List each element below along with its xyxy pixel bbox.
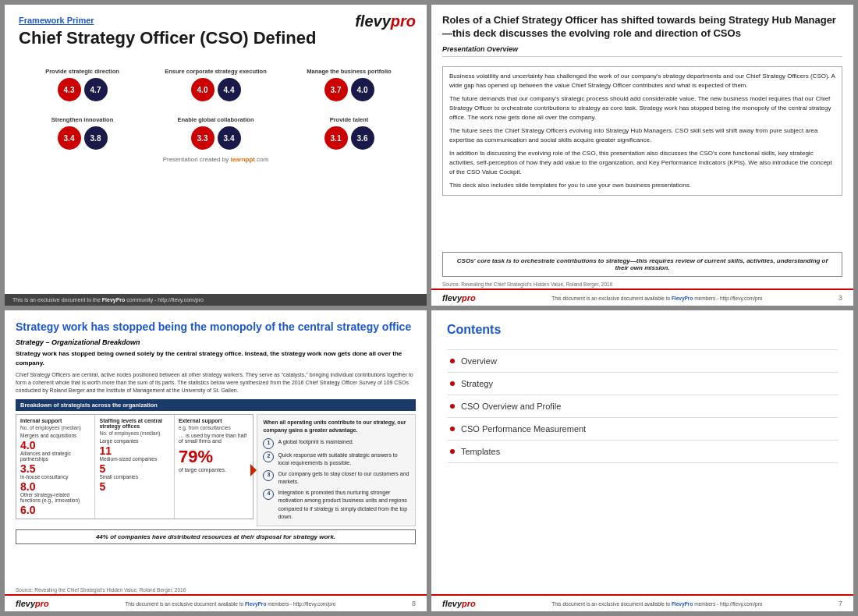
breakdown-inner-table: Internal support No. of employees (media…	[16, 414, 254, 519]
slide3-page-number: 8	[412, 600, 416, 607]
section-label-3: Manage the business portfolio	[285, 58, 413, 75]
sub-score-row-1: 3.4 3.8	[19, 126, 146, 150]
right-point-4: 4 Integration is promoted thus nurturing…	[263, 489, 410, 522]
slide2-footer-logo: flevypro	[442, 293, 476, 303]
section-label-2: Ensure corporate strategy execution	[152, 58, 279, 75]
slide2-overview-box: Business volatility and uncertainty has …	[442, 66, 842, 196]
slide1-title: Chief Strategy Officer (CSO) Defined	[19, 28, 413, 48]
slide2-para-1: Business volatility and uncertainty has …	[449, 72, 835, 90]
arrow-icon	[250, 464, 257, 476]
slide3-para2: Chief Strategy Officers are central, act…	[16, 371, 416, 394]
score-grid: Provide strategic direction 4.3 4.7 Stre…	[19, 58, 413, 150]
sub-bubble-1-1: 3.4	[58, 126, 81, 150]
sub-score-row-2: 3.3 3.4	[152, 126, 279, 150]
score-row-1: 4.3 4.7	[19, 78, 146, 101]
sub-bubble-2-1: 3.3	[191, 126, 214, 150]
right-point-2: 2 Quick response with suitable strategic…	[263, 451, 410, 468]
breakdown-right-section: When all operating units contribute to o…	[257, 414, 416, 526]
sub-label-1: Strengthen innovation	[19, 106, 146, 123]
toc-item-5: Templates	[447, 440, 838, 463]
section-label-1: Provide strategic direction	[19, 58, 146, 75]
slide4-footer-text: This document is an exclusive document a…	[551, 601, 762, 607]
toc-bullet-4	[450, 427, 455, 431]
score-section-3: Manage the business portfolio 3.7 4.0 Pr…	[285, 58, 413, 150]
bubble-2-2: 4.4	[218, 78, 241, 101]
sub-bubble-1-2: 3.8	[84, 126, 108, 150]
breakdown-columns: Internal support No. of employees (media…	[16, 414, 416, 526]
framework-primer-label: Framework Primer	[19, 16, 413, 25]
score-section-2: Ensure corporate strategy execution 4.0 …	[152, 58, 279, 150]
slide2-callout: CSOs' core task is to orchestrate contri…	[442, 252, 842, 277]
score-section-1: Provide strategic direction 4.3 4.7 Stre…	[19, 58, 146, 150]
slide3-para1: Strategy work has stopped being owned so…	[16, 349, 416, 368]
slide2-para-4: In addition to discussing the evolving r…	[449, 149, 835, 177]
slide4-footer: flevypro This document is an exclusive d…	[431, 594, 853, 611]
slide3-footer: flevypro This document is an exclusive d…	[5, 594, 427, 611]
sub-bubble-3-2: 3.6	[351, 126, 374, 150]
logo-pro: pro	[391, 12, 416, 30]
breakdown-col-1: Internal support No. of employees (media…	[16, 415, 95, 519]
slide2-para-5: This deck also includes slide templates …	[449, 181, 835, 190]
slide4-footer-logo: flevypro	[442, 599, 476, 608]
bubble-3-1: 3.7	[324, 78, 348, 101]
slide3-footer-text: This document is an exclusive document a…	[125, 601, 335, 607]
breakdown-col-3: External support e.g. from consultancies…	[175, 415, 253, 519]
slide2-footer: flevypro This document is an exclusive d…	[431, 289, 853, 306]
right-point-3: 3 Our company gets to stay closer to our…	[263, 470, 410, 487]
toc-item-3: CSO Overview and Profile	[447, 395, 838, 417]
sub-label-2: Enable global collaboration	[152, 106, 279, 123]
bubble-1-2: 4.7	[84, 78, 108, 101]
logo-flevy: flevy	[355, 12, 391, 30]
sub-bubble-2-2: 3.4	[218, 126, 241, 150]
toc-bullet-5	[450, 449, 455, 454]
bubble-2-1: 4.0	[191, 78, 214, 101]
slide2-subtitle: Presentation Overview	[442, 45, 842, 57]
slide-4: Contents Overview Strategy CSO Overview …	[431, 310, 853, 611]
slide2-source: Source: Revealing the Chief Strategist's…	[431, 280, 853, 289]
toc-item-4: CSO Performance Measurement	[447, 417, 838, 440]
slide1-footer: This is an exclusive document to the Fle…	[5, 294, 427, 306]
sub-label-3: Provide talent	[285, 106, 413, 123]
bubble-3-2: 4.0	[351, 78, 374, 101]
slide3-title: Strategy work has stopped being the mono…	[16, 320, 416, 334]
presentation-credit: Presentation created by learnppt.com	[19, 156, 413, 163]
slide2-footer-text: This document is an exclusive document a…	[551, 296, 762, 301]
breakdown-left-section: Internal support No. of employees (media…	[16, 414, 254, 526]
footer-brand: FlevyPro	[102, 297, 126, 303]
slide-2: Roles of a Chief Strategy Officer has sh…	[431, 5, 853, 306]
toc-bullet-3	[450, 404, 455, 409]
slide2-title: Roles of a Chief Strategy Officer has sh…	[442, 14, 842, 41]
slide2-para-2: The future demands that our company's st…	[449, 94, 835, 122]
breakdown-right-box: When all operating units contribute to o…	[257, 414, 416, 526]
slide-1: flevypro Framework Primer Chief Strategy…	[5, 5, 427, 306]
slide4-page-number: 7	[838, 600, 842, 607]
breakdown-table-header: Breakdown of strategists across the orga…	[16, 399, 416, 411]
slide-3: Strategy work has stopped being the mono…	[5, 310, 427, 611]
slide3-footer-logo: flevypro	[16, 599, 49, 608]
slide4-title: Contents	[447, 323, 838, 337]
toc-bullet-1	[450, 359, 455, 363]
sub-score-row-3: 3.1 3.6	[285, 126, 413, 150]
slide3-subtitle: Strategy – Organizational Breakdown	[16, 338, 416, 346]
flevypro-logo: flevypro	[355, 12, 416, 30]
toc-bullet-2	[450, 381, 455, 386]
right-point-1: 1 A global footprint is maintained.	[263, 438, 410, 449]
score-row-2: 4.0 4.4	[152, 78, 279, 101]
sub-bubble-3-1: 3.1	[324, 126, 348, 150]
toc-item-2: Strategy	[447, 372, 838, 395]
bottom-callout: 44% of companies have distributed resour…	[16, 529, 416, 544]
toc-item-1: Overview	[447, 349, 838, 372]
slide2-para-3: The future sees the Chief Strategy Offic…	[449, 126, 835, 145]
slide2-page-number: 3	[838, 294, 842, 302]
slide3-source: Source: Revealing the Chief Strategist's…	[5, 586, 427, 594]
score-row-3: 3.7 4.0	[285, 78, 413, 101]
bubble-1-1: 4.3	[58, 78, 81, 101]
breakdown-col-2: Staffing levels at central strategy offi…	[95, 415, 174, 519]
